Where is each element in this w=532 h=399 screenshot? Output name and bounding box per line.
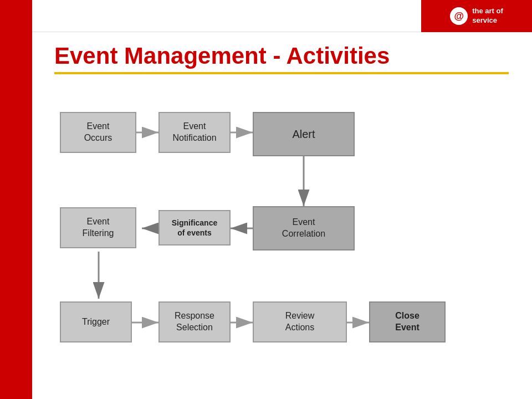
event-occurs-box: EventOccurs [60,112,136,153]
flow-diagram: EventOccurs EventNotification Alert Even… [54,91,509,346]
logo-area: @ the art of service [421,0,532,32]
left-sidebar [0,0,32,399]
alert-box: Alert [253,112,355,156]
logo-line1: the art of [472,7,503,16]
event-notification-label: EventNotification [172,121,216,144]
event-correlation-box: EventCorrelation [253,206,355,250]
review-actions-box: ReviewActions [253,301,347,342]
event-filtering-box: EventFiltering [60,207,136,248]
gold-underline [54,72,509,74]
event-correlation-label: EventCorrelation [282,217,325,240]
response-selection-box: ResponseSelection [158,301,231,342]
page-title: Event Management - Activities [54,43,510,69]
main-content: Event Management - Activities [32,32,532,399]
response-selection-label: ResponseSelection [175,310,214,334]
event-notification-box: EventNotification [158,112,231,153]
event-filtering-label: EventFiltering [83,216,114,239]
close-event-label: CloseEvent [395,310,420,334]
logo-icon: @ [450,7,468,25]
event-occurs-label: EventOccurs [84,121,112,144]
close-event-box: CloseEvent [369,301,446,342]
logo-text: the art of service [472,7,503,25]
review-actions-label: ReviewActions [285,310,314,334]
trigger-box: Trigger [60,301,132,342]
logo-line2: service [472,16,503,25]
alert-label: Alert [292,127,315,141]
page-title-container: Event Management - Activities [54,43,510,74]
significance-label: Significanceof events [172,218,217,238]
significance-box: Significanceof events [158,210,231,245]
trigger-label: Trigger [82,316,110,328]
